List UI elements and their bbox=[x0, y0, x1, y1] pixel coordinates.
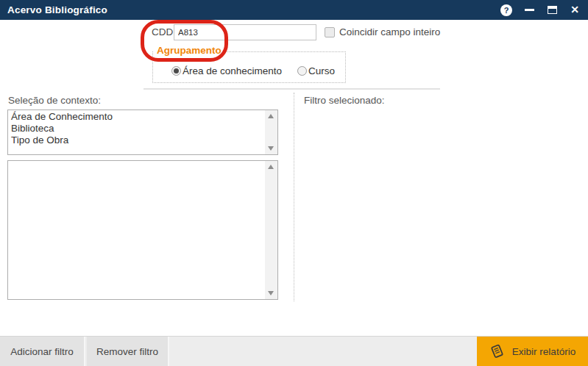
window-title: Acervo Bibliográfico bbox=[7, 0, 107, 20]
list-item[interactable]: Área de Conhecimento bbox=[11, 111, 264, 123]
close-button[interactable]: ✕ bbox=[568, 0, 581, 20]
maximize-icon bbox=[548, 6, 557, 14]
filter-listbox[interactable] bbox=[7, 160, 278, 300]
titlebar: Acervo Bibliográfico ? ✕ bbox=[0, 0, 588, 20]
scroll-down-icon[interactable] bbox=[265, 143, 277, 154]
match-whole-field-checkbox[interactable] bbox=[325, 27, 335, 37]
cdd-label: CDD: bbox=[152, 26, 176, 37]
context-listbox[interactable]: Área de ConhecimentoBibliotecaTipo de Ob… bbox=[7, 110, 278, 155]
context-list-items: Área de ConhecimentoBibliotecaTipo de Ob… bbox=[8, 110, 264, 154]
radio-area-de-conhecimento[interactable] bbox=[171, 66, 181, 76]
list-item[interactable]: Tipo de Obra bbox=[11, 134, 264, 146]
scroll-up-icon[interactable] bbox=[265, 161, 277, 173]
scroll-down-icon[interactable] bbox=[265, 287, 277, 299]
help-icon: ? bbox=[500, 4, 512, 16]
add-filter-label: Adicionar filtro bbox=[10, 346, 74, 357]
show-report-button[interactable]: Exibir relatório bbox=[477, 337, 588, 366]
titlebar-controls: ? ✕ bbox=[500, 0, 581, 20]
help-button[interactable]: ? bbox=[500, 0, 513, 20]
selected-filter-label: Filtro selecionado: bbox=[304, 95, 385, 106]
radio-curso-label: Curso bbox=[308, 65, 335, 76]
context-selection-label: Seleção de contexto: bbox=[8, 95, 101, 106]
minimize-icon bbox=[525, 9, 534, 11]
remove-filter-label: Remover filtro bbox=[96, 346, 158, 357]
vertical-separator bbox=[294, 93, 294, 301]
report-icon bbox=[489, 344, 504, 359]
maximize-button[interactable] bbox=[545, 0, 559, 20]
minimize-button[interactable] bbox=[523, 0, 536, 20]
radio-curso[interactable] bbox=[297, 66, 307, 76]
horizontal-separator bbox=[144, 88, 440, 90]
filter-scrollbar[interactable] bbox=[265, 161, 277, 299]
scroll-up-icon[interactable] bbox=[265, 110, 277, 122]
list-item[interactable]: Biblioteca bbox=[11, 123, 264, 134]
radio-area-de-conhecimento-label: Área de conhecimento bbox=[183, 65, 282, 76]
close-icon: ✕ bbox=[570, 0, 579, 20]
match-whole-field-label: Coincidir campo inteiro bbox=[339, 26, 440, 37]
filter-list-items bbox=[8, 161, 264, 299]
show-report-label: Exibir relatório bbox=[512, 346, 575, 357]
add-filter-button[interactable]: Adicionar filtro bbox=[0, 337, 85, 366]
cdd-input[interactable] bbox=[174, 24, 316, 40]
agrupamento-legend: Agrupamento bbox=[154, 45, 224, 56]
remove-filter-button[interactable]: Remover filtro bbox=[87, 337, 169, 366]
context-scrollbar[interactable] bbox=[265, 110, 277, 154]
dialog-acervo-bibliografico: Acervo Bibliográfico ? ✕ CDD: Coincidir … bbox=[0, 0, 588, 366]
